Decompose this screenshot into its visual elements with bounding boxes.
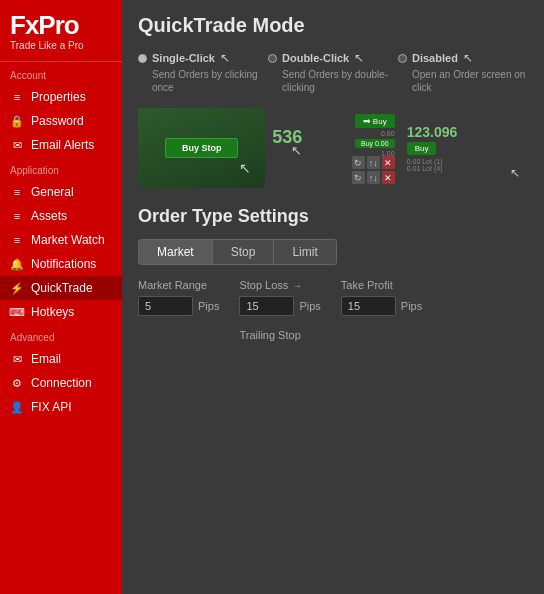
email-icon: ✉ — [10, 352, 24, 366]
preview-disabled: 123.096 Buy 0.00 Lot (1) 0.01 Lot (4) ↖ — [401, 108, 528, 188]
cursor-icon: ↖ — [291, 143, 302, 158]
up-arrow-icon: ↑↓ — [367, 171, 380, 184]
logo-fx: FxPro — [10, 12, 112, 38]
buy-stop-button: Buy Stop — [165, 138, 239, 158]
price-display: 123.096 — [407, 124, 458, 140]
tab-market[interactable]: Market — [139, 240, 213, 264]
cursor-icon: ↖ — [239, 160, 251, 176]
unit-take-profit: Pips — [401, 300, 422, 312]
qt-option-label: Disabled — [412, 52, 458, 64]
qt-option-single-click[interactable]: Single-Click ↖ Send Orders by clicking o… — [138, 51, 268, 94]
tabs-row: Market Stop Limit — [138, 239, 337, 265]
sidebar-item-label: Market Watch — [31, 233, 105, 247]
sidebar-item-notifications[interactable]: 🔔 Notifications — [0, 252, 122, 276]
sidebar-item-label: QuickTrade — [31, 281, 93, 295]
radio-single-click[interactable] — [138, 54, 147, 63]
field-label-market-range: Market Range — [138, 279, 219, 291]
up-arrow-icon: ↑↓ — [367, 156, 380, 169]
sidebar-item-label: Email Alerts — [31, 138, 94, 152]
sidebar-item-connection[interactable]: ⚙ Connection — [0, 371, 122, 395]
field-market-range: Market Range Pips — [138, 279, 219, 316]
qt-option-disabled[interactable]: Disabled ↖ Open an Order screen on click — [398, 51, 528, 94]
sidebar-item-label: General — [31, 185, 74, 199]
qt-option-double-click[interactable]: Double-Click ↖ Send Orders by double-cli… — [268, 51, 398, 94]
preview-single-click: Buy Stop ↖ — [138, 108, 265, 188]
input-market-range[interactable] — [138, 296, 193, 316]
field-stop-loss: Stop Loss → Pips Trailing Stop — [239, 279, 320, 341]
sidebar-item-fix-api[interactable]: 👤 FIX API — [0, 395, 122, 419]
list-icon: ≡ — [10, 233, 24, 247]
qt-previews: Buy Stop ↖ 536 ➡ Buy 0.80 Buy 0.00 1.00 — [138, 108, 528, 188]
sidebar-item-password[interactable]: 🔒 Password — [0, 109, 122, 133]
list-icon: ≡ — [10, 209, 24, 223]
cursor-icon: ↖ — [510, 166, 520, 180]
tab-stop[interactable]: Stop — [213, 240, 275, 264]
user-icon: 👤 — [10, 400, 24, 414]
sidebar-item-label: Hotkeys — [31, 305, 74, 319]
buy-value-button: Buy 0.00 — [355, 139, 395, 148]
logo-tagline: Trade Like a Pro — [10, 40, 112, 51]
qt-option-desc: Open an Order screen on click — [398, 68, 528, 94]
qt-option-label: Double-Click — [282, 52, 349, 64]
radio-disabled[interactable] — [398, 54, 407, 63]
rotate-icon: ↻ — [352, 171, 365, 184]
section-title-order-type: Order Type Settings — [138, 206, 528, 227]
sidebar-item-email[interactable]: ✉ Email — [0, 347, 122, 371]
section-label-account: Account — [0, 62, 122, 85]
unit-market-range: Pips — [198, 300, 219, 312]
sidebar-item-email-alerts[interactable]: ✉ Email Alerts — [0, 133, 122, 157]
main-content: QuickTrade Mode Single-Click ↖ Send Orde… — [122, 0, 544, 594]
cursor-icon: ↖ — [463, 51, 473, 65]
sidebar-item-label: Notifications — [31, 257, 96, 271]
sidebar-item-label: Email — [31, 352, 61, 366]
input-take-profit[interactable] — [341, 296, 396, 316]
gear-icon: ⚙ — [10, 376, 24, 390]
unit-stop-loss: Pips — [299, 300, 320, 312]
tab-limit[interactable]: Limit — [274, 240, 335, 264]
qt-option-desc: Send Orders by double-clicking — [268, 68, 398, 94]
radio-double-click[interactable] — [268, 54, 277, 63]
buy-button: Buy — [407, 142, 437, 155]
sidebar-item-hotkeys[interactable]: ⌨ Hotkeys — [0, 300, 122, 324]
lock-icon: 🔒 — [10, 114, 24, 128]
sidebar: FxPro Trade Like a Pro Account ≡ Propert… — [0, 0, 122, 594]
list-icon: ≡ — [10, 90, 24, 104]
preview-double-click: 536 ➡ Buy 0.80 Buy 0.00 1.00 ↻ ↑↓ ✕ — [269, 108, 396, 188]
sidebar-item-label: Connection — [31, 376, 92, 390]
lot-info: 0.00 Lot (1) — [407, 158, 443, 165]
cursor-icon: ↖ — [220, 51, 230, 65]
sidebar-item-properties[interactable]: ≡ Properties — [0, 85, 122, 109]
quicktrade-options: Single-Click ↖ Send Orders by clicking o… — [138, 51, 528, 94]
qt-option-label: Single-Click — [152, 52, 215, 64]
trailing-stop-label: Trailing Stop — [239, 329, 320, 341]
page-title: QuickTrade Mode — [138, 14, 528, 37]
lot-info2: 0.01 Lot (4) — [407, 165, 443, 172]
sidebar-item-label: FIX API — [31, 400, 72, 414]
sidebar-item-label: Password — [31, 114, 84, 128]
quicktrade-icon: ⚡ — [10, 281, 24, 295]
sidebar-item-label: Properties — [31, 90, 86, 104]
sidebar-item-general[interactable]: ≡ General — [0, 180, 122, 204]
section-label-application: Application — [0, 157, 122, 180]
sidebar-item-label: Assets — [31, 209, 67, 223]
section-label-advanced: Advanced — [0, 324, 122, 347]
cursor-icon: ↖ — [354, 51, 364, 65]
buy-button: ➡ Buy — [355, 114, 395, 128]
arrow-icon: → — [292, 280, 302, 291]
list-icon: ≡ — [10, 185, 24, 199]
sidebar-item-assets[interactable]: ≡ Assets — [0, 204, 122, 228]
sidebar-item-market-watch[interactable]: ≡ Market Watch — [0, 228, 122, 252]
fields-row: Market Range Pips Stop Loss → Pips Trail… — [138, 279, 528, 341]
sidebar-item-quicktrade[interactable]: ⚡ QuickTrade — [0, 276, 122, 300]
field-label-take-profit: Take Profit — [341, 279, 422, 291]
rotate-icon: ↻ — [352, 156, 365, 169]
field-label-stop-loss: Stop Loss → — [239, 279, 320, 291]
logo-area: FxPro Trade Like a Pro — [0, 0, 122, 62]
input-stop-loss[interactable] — [239, 296, 294, 316]
bell-icon: 🔔 — [10, 257, 24, 271]
close-icon: ✕ — [382, 156, 395, 169]
qt-option-desc: Send Orders by clicking once — [138, 68, 268, 94]
email-icon: ✉ — [10, 138, 24, 152]
close-icon: ✕ — [382, 171, 395, 184]
price-value: 0.80 — [381, 130, 395, 137]
